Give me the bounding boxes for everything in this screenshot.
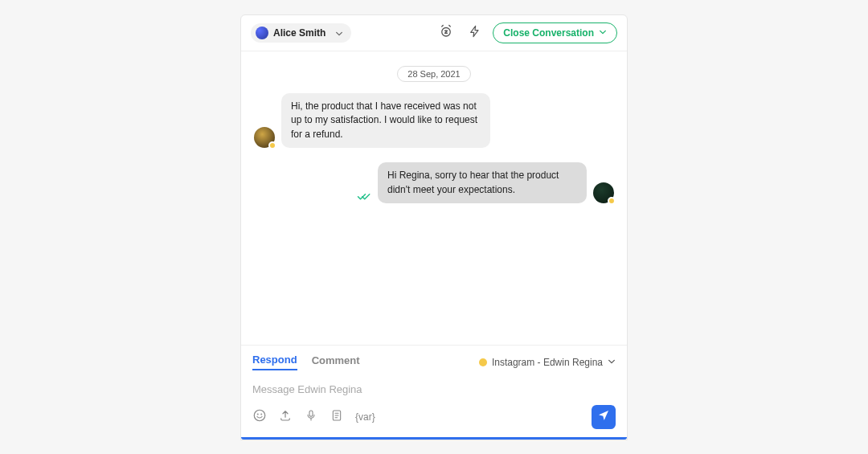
tab-comment[interactable]: Comment bbox=[312, 354, 360, 370]
message-input[interactable] bbox=[252, 378, 616, 405]
channel-selector[interactable]: Instagram - Edwin Regina bbox=[479, 357, 616, 368]
emoji-button[interactable] bbox=[252, 410, 267, 424]
chat-body: 28 Sep, 2021 Hi, the product that I have… bbox=[241, 51, 627, 345]
chevron-down-icon bbox=[608, 357, 616, 368]
svg-point-2 bbox=[257, 414, 258, 415]
send-button[interactable] bbox=[592, 405, 616, 429]
presence-indicator bbox=[608, 197, 616, 205]
composer-actions: {var} bbox=[252, 405, 616, 429]
chevron-down-icon bbox=[599, 27, 607, 39]
template-button[interactable] bbox=[330, 410, 344, 424]
message-row: Hi Regina, sorry to hear that the produc… bbox=[254, 162, 614, 203]
quick-actions-button[interactable] bbox=[464, 22, 486, 44]
lightning-icon bbox=[469, 25, 481, 41]
date-separator: 28 Sep, 2021 bbox=[397, 66, 470, 82]
svg-point-1 bbox=[254, 410, 265, 421]
microphone-icon bbox=[305, 409, 317, 425]
close-conversation-label: Close Conversation bbox=[503, 27, 594, 39]
message-bubble: Hi, the product that I have received was… bbox=[281, 93, 490, 148]
variable-button[interactable]: {var} bbox=[355, 411, 375, 423]
upload-icon bbox=[278, 408, 293, 426]
send-icon bbox=[597, 409, 610, 425]
channel-dot-icon bbox=[479, 358, 487, 366]
assignee-avatar bbox=[256, 27, 268, 39]
double-check-icon bbox=[357, 189, 371, 203]
svg-rect-4 bbox=[309, 411, 313, 416]
svg-point-3 bbox=[261, 414, 262, 415]
conversation-header: Alice Smith Close Conversati bbox=[241, 15, 627, 51]
chevron-down-icon bbox=[335, 29, 343, 37]
composer-tabs: Respond Comment Instagram - Edwin Regina bbox=[252, 354, 616, 370]
voice-note-button[interactable] bbox=[304, 410, 318, 424]
attachment-button[interactable] bbox=[278, 410, 293, 424]
presence-indicator bbox=[268, 141, 276, 149]
tab-respond[interactable]: Respond bbox=[252, 354, 297, 370]
template-icon bbox=[330, 409, 343, 425]
composer: Respond Comment Instagram - Edwin Regina bbox=[241, 345, 627, 437]
message-row: Hi, the product that I have received was… bbox=[254, 93, 614, 148]
assignee-selector[interactable]: Alice Smith bbox=[251, 23, 351, 43]
conversation-panel: Alice Smith Close Conversati bbox=[240, 14, 628, 440]
channel-label: Instagram - Edwin Regina bbox=[492, 357, 603, 368]
snooze-button[interactable] bbox=[435, 22, 457, 44]
snooze-icon bbox=[439, 24, 453, 42]
close-conversation-button[interactable]: Close Conversation bbox=[493, 22, 617, 43]
customer-avatar bbox=[254, 127, 275, 148]
accent-bar bbox=[241, 437, 627, 440]
message-bubble: Hi Regina, sorry to hear that the produc… bbox=[378, 162, 587, 203]
assignee-name: Alice Smith bbox=[273, 27, 326, 39]
emoji-icon bbox=[252, 408, 267, 426]
agent-avatar bbox=[593, 182, 614, 203]
